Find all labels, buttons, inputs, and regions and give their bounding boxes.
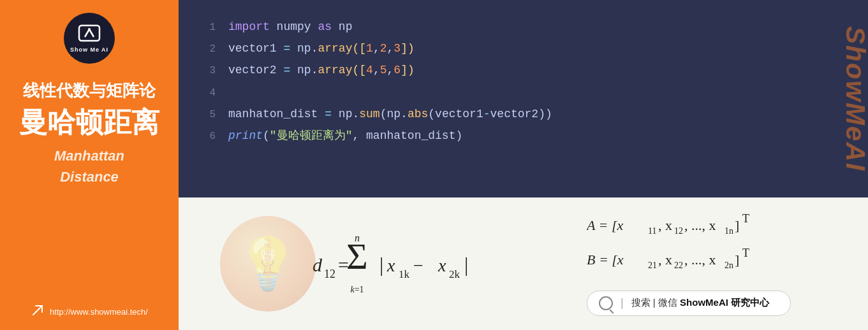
svg-text:22: 22	[674, 261, 683, 270]
formula-right: A = [x 11 , x 12 , ..., x 1n ] T B = [x …	[548, 212, 842, 316]
svg-point-1	[88, 28, 91, 31]
code-content-4	[228, 82, 235, 103]
formula-b: B = [x 21 , x 22 , ..., x 2n ] T	[587, 247, 791, 275]
svg-text:k=1: k=1	[350, 285, 364, 294]
logo-icon	[78, 24, 101, 45]
svg-text:Σ: Σ	[346, 236, 368, 277]
formula-section: 💡 ShowMeAI d 12 = n Σ k=1 | x 1k − x	[179, 197, 868, 330]
logo-text: Show Me AI	[70, 47, 108, 53]
svg-text:T: T	[742, 247, 749, 259]
line-num-4: 4	[204, 83, 216, 103]
svg-text:, ..., x: , ..., x	[684, 217, 716, 233]
svg-text:, ..., x: , ..., x	[684, 252, 716, 268]
search-bar[interactable]: | 搜索 | 微信 ShowMeAI 研究中心	[587, 291, 791, 316]
code-content-5: manhaton_dist = np.sum(np.abs(vector1-ve…	[228, 103, 552, 125]
code-content-3: vector2 = np.array([4,5,6])	[228, 59, 415, 81]
sidebar: Show Me AI 线性代数与矩阵论 曼哈顿距离 Manhattan Dist…	[0, 0, 179, 330]
svg-text:−: −	[413, 255, 423, 275]
svg-text:21: 21	[648, 261, 657, 270]
svg-text:|: |	[379, 253, 383, 276]
svg-text:T: T	[742, 212, 749, 225]
svg-text:2n: 2n	[725, 261, 733, 270]
code-line-3: 3 vector2 = np.array([4,5,6])	[204, 59, 842, 81]
title-en-line2: Distance	[54, 166, 124, 187]
content-area: 1 import numpy as np 2 vector1 = np.arra…	[179, 0, 868, 330]
formula-svg: d 12 = n Σ k=1 | x 1k − x 2k |	[306, 219, 548, 308]
code-block: 1 import numpy as np 2 vector1 = np.arra…	[204, 16, 842, 147]
subtitle-cn: 线性代数与矩阵论	[23, 80, 156, 102]
svg-rect-0	[79, 25, 99, 41]
bulb-watermark: 💡 ShowMeAI	[217, 213, 319, 315]
svg-text:12: 12	[324, 268, 335, 280]
svg-text:B = [x: B = [x	[587, 252, 624, 268]
svg-text:2k: 2k	[449, 268, 460, 280]
code-content-1: import numpy as np	[228, 16, 352, 38]
code-line-6: 6 print("曼哈顿距离为", manhaton_dist)	[204, 125, 842, 147]
svg-text:, x: , x	[658, 252, 672, 268]
svg-text:11: 11	[648, 226, 656, 236]
title-main: 曼哈顿距离	[19, 107, 159, 138]
website-row[interactable]: http://www.showmeai.tech/	[31, 297, 148, 320]
svg-text:, x: , x	[658, 217, 672, 233]
svg-text:x: x	[438, 255, 446, 275]
svg-text:|: |	[464, 253, 468, 276]
search-text: 搜索 | 微信 ShowMeAI 研究中心	[631, 297, 769, 309]
svg-text:]: ]	[735, 252, 739, 268]
line-num-2: 2	[204, 39, 216, 59]
line-num-3: 3	[204, 61, 216, 80]
formula-a: A = [x 11 , x 12 , ..., x 1n ] T	[587, 212, 791, 240]
svg-text:A = [x: A = [x	[587, 217, 623, 233]
code-section: 1 import numpy as np 2 vector1 = np.arra…	[179, 0, 868, 197]
logo-container: Show Me AI	[64, 13, 115, 64]
svg-text:]: ]	[735, 217, 739, 233]
title-en-line1: Manhattan	[54, 145, 124, 166]
code-content-6: print("曼哈顿距离为", manhaton_dist)	[228, 125, 462, 147]
website-icon	[31, 303, 45, 320]
code-content-2: vector1 = np.array([1,2,3])	[228, 38, 415, 59]
search-brand: ShowMeAI 研究中心	[680, 297, 769, 308]
bulb-text: ShowMeAI	[220, 216, 316, 312]
main-formula: d 12 = n Σ k=1 | x 1k − x 2k |	[306, 219, 548, 308]
svg-text:1n: 1n	[725, 226, 733, 236]
code-line-4: 4	[204, 82, 842, 103]
title-en: Manhattan Distance	[54, 145, 124, 187]
svg-text:1k: 1k	[399, 268, 410, 280]
code-line-5: 5 manhaton_dist = np.sum(np.abs(vector1-…	[204, 103, 842, 125]
svg-text:12: 12	[674, 226, 683, 236]
code-line-2: 2 vector1 = np.array([1,2,3])	[204, 38, 842, 59]
line-num-5: 5	[204, 105, 216, 124]
search-icon	[599, 296, 613, 310]
search-divider: |	[621, 296, 624, 310]
code-line-1: 1 import numpy as np	[204, 16, 842, 38]
line-num-1: 1	[204, 18, 216, 37]
website-url: http://www.showmeai.tech/	[50, 307, 148, 317]
bulb-circle: 💡 ShowMeAI	[220, 216, 316, 312]
line-num-6: 6	[204, 127, 216, 146]
svg-text:x: x	[386, 255, 395, 275]
